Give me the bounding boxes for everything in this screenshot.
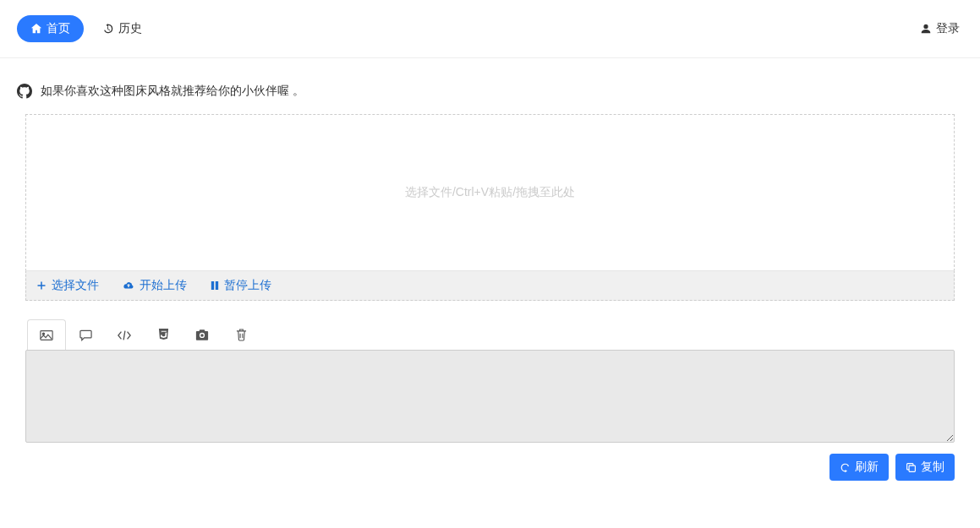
nav-left: 首页 历史: [17, 15, 145, 42]
plus-icon: [36, 280, 47, 291]
main-area: 选择文件/Ctrl+V粘贴/拖拽至此处 选择文件 开始上传 暂停上传: [0, 114, 980, 506]
copy-label: 复制: [921, 460, 944, 475]
login-button[interactable]: 登录: [917, 15, 963, 42]
svg-rect-0: [211, 281, 214, 290]
navbar: 首页 历史 登录: [0, 0, 980, 58]
drop-zone-placeholder: 选择文件/Ctrl+V粘贴/拖拽至此处: [405, 185, 575, 200]
cloud-upload-icon: [123, 280, 134, 291]
history-icon: [102, 23, 114, 35]
tab-delete[interactable]: [222, 319, 260, 350]
refresh-button[interactable]: 刷新: [829, 454, 889, 481]
github-icon: [17, 84, 32, 99]
promo-bar: 如果你喜欢这种图床风格就推荐给你的小伙伴喔 。: [0, 58, 980, 114]
copy-icon: [906, 462, 917, 473]
tab-markdown[interactable]: [66, 319, 105, 350]
nav-right: 登录: [917, 15, 963, 42]
tab-code[interactable]: [105, 319, 144, 350]
home-icon: [30, 23, 42, 35]
upload-toolbar: 选择文件 开始上传 暂停上传: [25, 270, 955, 301]
tab-camera[interactable]: [183, 319, 222, 350]
comment-icon: [79, 329, 92, 341]
pause-upload-button[interactable]: 暂停上传: [211, 278, 271, 293]
start-upload-button[interactable]: 开始上传: [123, 278, 187, 293]
tab-image[interactable]: [27, 319, 66, 350]
result-tabs: [25, 319, 955, 350]
pause-icon: [211, 280, 219, 291]
select-file-button[interactable]: 选择文件: [36, 278, 99, 293]
svg-rect-4: [909, 465, 915, 471]
history-label: 历史: [118, 21, 142, 36]
copy-button[interactable]: 复制: [895, 454, 955, 481]
select-file-label: 选择文件: [52, 278, 99, 293]
code-icon: [118, 330, 131, 340]
login-label: 登录: [936, 21, 960, 36]
home-label: 首页: [47, 21, 70, 36]
start-upload-label: 开始上传: [140, 278, 187, 293]
refresh-icon: [840, 462, 851, 473]
pause-upload-label: 暂停上传: [224, 278, 271, 293]
svg-point-3: [42, 333, 44, 335]
result-textarea[interactable]: [25, 350, 955, 443]
user-icon: [920, 23, 932, 35]
trash-icon: [236, 329, 247, 341]
image-icon: [40, 329, 53, 341]
svg-rect-1: [216, 281, 218, 290]
refresh-label: 刷新: [855, 460, 879, 475]
history-button[interactable]: 历史: [99, 15, 145, 42]
drop-zone[interactable]: 选择文件/Ctrl+V粘贴/拖拽至此处: [25, 114, 955, 271]
camera-icon: [195, 329, 209, 340]
html5-icon: [158, 329, 169, 341]
home-button[interactable]: 首页: [17, 15, 84, 42]
action-bar: 刷新 复制: [25, 454, 955, 506]
promo-text: 如果你喜欢这种图床风格就推荐给你的小伙伴喔 。: [41, 84, 304, 99]
tab-html[interactable]: [144, 319, 183, 350]
